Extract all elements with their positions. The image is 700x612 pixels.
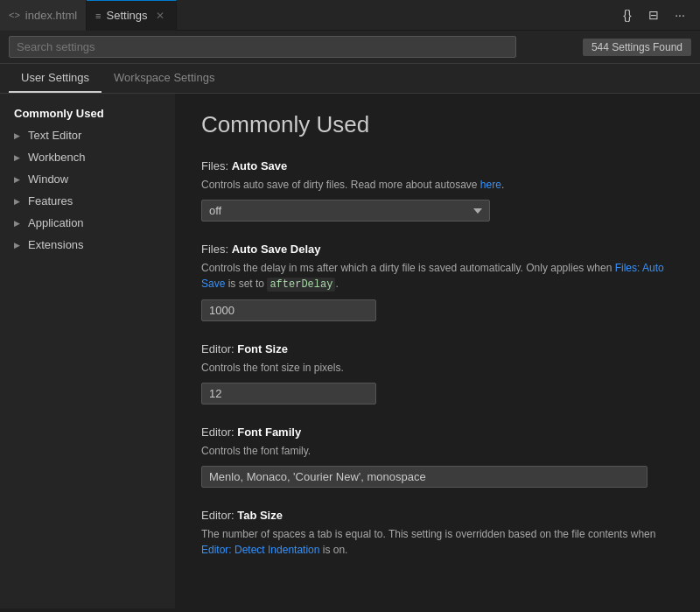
sidebar-application-label: Application [28,216,84,229]
sidebar-commonly-used-label: Commonly Used [14,107,104,120]
font-family-label: Editor: Font Family [201,426,674,439]
auto-save-delay-input[interactable] [201,299,376,321]
html-icon: <> [9,10,20,20]
auto-save-label-prefix: Files: [201,159,232,172]
sidebar: Commonly Used Text Editor Workbench Wind… [0,94,175,608]
font-size-bold: Font Size [237,342,288,355]
sidebar-item-application[interactable]: Application [0,212,175,234]
tab-workspace-settings[interactable]: Workspace Settings [102,64,227,93]
auto-save-delay-prefix: Files: [201,243,232,256]
font-size-description: Controls the font size in pixels. [201,360,674,376]
layout-icon: ⊟ [648,8,659,22]
sidebar-item-window[interactable]: Window [0,168,175,190]
auto-save-link[interactable]: here [480,179,501,191]
settings-tabs: User Settings Workspace Settings [0,64,700,94]
sidebar-item-workbench[interactable]: Workbench [0,146,175,168]
sidebar-features-label: Features [28,194,73,208]
workspace-settings-label: Workspace Settings [114,71,214,84]
title-bar-actions: {} ⊟ ··· [616,4,700,26]
auto-save-delay-label: Files: Auto Save Delay [201,243,674,256]
setting-tab-size: Editor: Tab Size The number of spaces a … [201,509,674,558]
user-settings-label: User Settings [21,71,89,84]
sidebar-item-features[interactable]: Features [0,190,175,212]
font-size-prefix: Editor: [201,342,237,355]
auto-save-delay-description: Controls the delay in ms after which a d… [201,260,674,292]
braces-icon: {} [623,8,631,22]
settings-count: 544 Settings Found [583,39,691,56]
setting-font-family: Editor: Font Family Controls the font fa… [201,426,674,488]
tab-index-label: index.html [25,9,77,22]
sidebar-window-label: Window [28,172,68,186]
section-title: Commonly Used [201,111,674,138]
setting-font-size: Editor: Font Size Controls the font size… [201,342,674,404]
after-delay-code: afterDelay [267,278,335,292]
search-input[interactable] [9,36,516,58]
search-bar: 544 Settings Found [0,31,700,64]
sidebar-item-commonly-used[interactable]: Commonly Used [0,102,175,124]
content-area: Commonly Used Files: Auto Save Controls … [175,94,700,608]
font-size-label: Editor: Font Size [201,342,674,355]
setting-auto-save-delay: Files: Auto Save Delay Controls the dela… [201,243,674,321]
auto-save-description: Controls auto save of dirty files. Read … [201,177,674,193]
setting-auto-save: Files: Auto Save Controls auto save of d… [201,159,674,222]
main-content: Commonly Used Text Editor Workbench Wind… [0,94,700,608]
title-bar: <> index.html ≡ Settings ✕ {} ⊟ ··· [0,0,700,31]
sidebar-extensions-label: Extensions [28,238,84,251]
tab-size-label: Editor: Tab Size [201,509,674,522]
tab-index[interactable]: <> index.html [0,0,87,31]
tab-size-bold: Tab Size [237,509,283,522]
font-family-description: Controls the font family. [201,443,674,459]
tab-settings[interactable]: ≡ Settings ✕ [87,0,176,31]
tab-size-prefix: Editor: [201,509,237,522]
toggle-json-button[interactable]: {} [616,4,639,26]
auto-save-label-bold: Auto Save [232,159,288,172]
font-family-input[interactable] [201,466,648,488]
close-settings-tab[interactable]: ✕ [153,8,167,24]
tab-size-description: The number of spaces a tab is equal to. … [201,526,674,558]
font-family-prefix: Editor: [201,426,237,439]
sidebar-text-editor-label: Text Editor [28,129,81,142]
auto-save-label: Files: Auto Save [201,159,674,172]
sidebar-item-text-editor[interactable]: Text Editor [0,124,175,146]
settings-file-icon: ≡ [95,11,101,21]
editor-layout-button[interactable]: ⊟ [642,4,665,26]
font-family-bold: Font Family [237,426,301,439]
sidebar-workbench-label: Workbench [28,151,86,164]
detect-indentation-link[interactable]: Editor: Detect Indentation [201,544,319,556]
auto-save-delay-bold: Auto Save Delay [232,243,321,256]
tab-settings-label: Settings [107,9,148,22]
more-icon: ··· [675,8,685,22]
font-size-input[interactable] [201,383,376,404]
more-actions-button[interactable]: ··· [668,4,691,26]
tab-user-settings[interactable]: User Settings [9,64,102,93]
auto-save-select[interactable]: off afterDelay onFocusChange onWindowCha… [201,200,490,222]
sidebar-item-extensions[interactable]: Extensions [0,234,175,256]
